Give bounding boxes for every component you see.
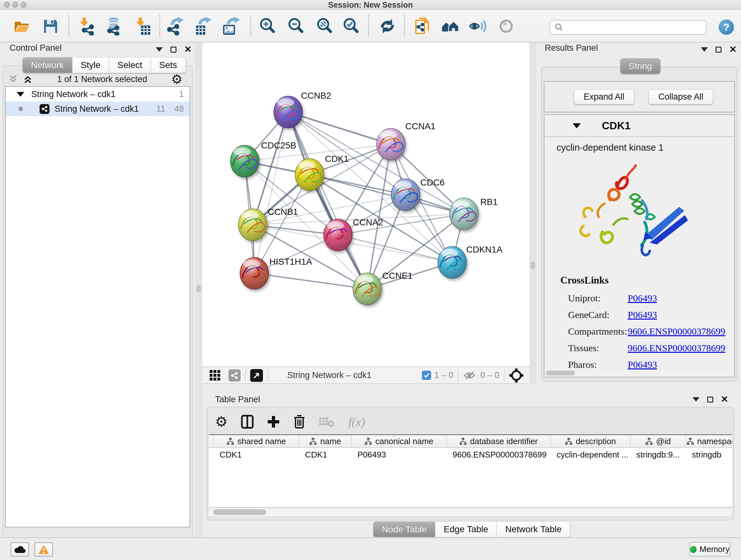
network-node-CCNE1[interactable]: CCNE1 <box>353 271 413 305</box>
network-edge-CCNB2-HIST1H1A[interactable] <box>254 112 288 273</box>
open-session-icon[interactable] <box>12 16 31 36</box>
import-network-icon[interactable] <box>76 16 96 36</box>
float-panel-icon[interactable] <box>701 47 708 52</box>
float-panel-icon[interactable] <box>692 397 699 401</box>
network-node-RB1[interactable]: RB1 <box>450 197 497 230</box>
column-header-shared-name[interactable]: shared name <box>214 435 299 447</box>
table-cell[interactable]: CDK1 <box>299 448 352 461</box>
crosslink-link[interactable]: P06493 <box>628 293 657 304</box>
maximize-panel-icon[interactable] <box>716 47 722 53</box>
table-tab-network-table[interactable]: Network Table <box>497 521 570 537</box>
crosslink-link[interactable]: 9606.ENSP00000378699 <box>628 326 725 337</box>
results-tab-string[interactable]: String <box>620 58 661 74</box>
memory-button[interactable]: Memory <box>689 542 730 557</box>
table-cell[interactable]: 9606.ENSP00000378699 <box>447 448 551 461</box>
network-edge-CCNA1-CCNE1[interactable] <box>367 144 391 289</box>
cloud-services-button[interactable] <box>10 543 29 557</box>
home-networks-icon[interactable] <box>441 16 460 36</box>
expand-all-button[interactable]: Expand All <box>574 89 634 105</box>
collapse-all-button[interactable]: Collapse All <box>649 89 713 105</box>
export-network-icon[interactable] <box>166 16 186 36</box>
splitter-handle[interactable] <box>197 285 201 292</box>
export-table-icon[interactable] <box>193 16 213 36</box>
search-input[interactable] <box>549 20 706 35</box>
table-cell[interactable]: P06493 <box>352 448 447 461</box>
warnings-button[interactable] <box>35 543 53 557</box>
column-header-namespace[interactable]: namespace <box>686 435 732 447</box>
crosslink-link[interactable]: P06493 <box>628 359 657 370</box>
zoom-fit-icon[interactable] <box>315 16 334 36</box>
card-title: CDK1 <box>602 120 630 132</box>
network-edge-CCNA2-CDKN1A[interactable] <box>338 235 452 262</box>
zoom-selected-icon[interactable] <box>341 16 361 36</box>
table-options-gear-icon[interactable]: ⚙ <box>215 415 227 429</box>
expand-all-icon[interactable] <box>22 74 33 84</box>
table-tab-node-table[interactable]: Node Table <box>373 521 435 537</box>
node-label-CCNB2: CCNB2 <box>301 91 331 101</box>
show-columns-icon[interactable] <box>241 415 254 429</box>
network-node-CCNA1[interactable]: CCNA1 <box>377 121 435 160</box>
right-splitter[interactable] <box>529 43 536 384</box>
network-options-gear-icon[interactable]: ⚙ <box>171 73 183 85</box>
network-canvas[interactable]: CCNB2CCNA1CDC25BCDK1CDC6RB1CCNB1CCNA2CDK… <box>202 43 529 367</box>
control-panel-tab-network[interactable]: Network <box>22 57 72 73</box>
table-row[interactable]: CDK1CDK1P064939606.ENSP00000378699cyclin… <box>209 448 732 461</box>
network-edge-HIST1H1A-CCNE1[interactable] <box>254 273 367 289</box>
maximize-panel-icon[interactable] <box>171 47 177 53</box>
card-hscrollbar[interactable] <box>545 370 734 376</box>
grid-view-icon[interactable] <box>209 370 221 381</box>
column-header-database-identifier[interactable]: database identifier <box>447 435 551 447</box>
crosslink-link[interactable]: P06493 <box>628 309 657 320</box>
export-image-icon[interactable] <box>221 16 241 36</box>
network-icon-disabled[interactable] <box>228 369 241 381</box>
refresh-icon[interactable] <box>378 16 397 36</box>
table-cell[interactable]: CDK1 <box>214 448 299 461</box>
collapse-all-icon[interactable] <box>8 74 18 84</box>
add-column-icon[interactable] <box>267 415 280 428</box>
selected-checkbox-icon[interactable] <box>422 371 431 380</box>
table-hscrollbar[interactable] <box>209 508 732 516</box>
column-header-canonical-name[interactable]: canonical name <box>352 435 447 447</box>
table-tab-edge-table[interactable]: Edge Table <box>435 521 497 537</box>
network-node-HIST1H1A[interactable]: HIST1H1A <box>240 257 312 289</box>
control-panel-tab-style[interactable]: Style <box>72 57 109 73</box>
collection-expander-icon[interactable] <box>17 92 24 97</box>
float-panel-icon[interactable] <box>156 47 163 52</box>
table-cell[interactable]: stringdb:9... <box>630 448 686 461</box>
maximize-panel-icon[interactable] <box>707 396 713 402</box>
close-panel-icon[interactable]: ✕ <box>721 395 728 404</box>
copy-network-icon[interactable] <box>414 16 434 36</box>
network-node-CDKN1A[interactable]: CDKN1A <box>438 245 502 278</box>
network-node-CDK1[interactable]: CDK1 <box>295 154 349 191</box>
import-database-icon[interactable] <box>103 16 123 36</box>
column-header-description[interactable]: description <box>551 435 630 447</box>
zoom-in-icon[interactable] <box>258 16 277 36</box>
fit-selected-target-icon[interactable] <box>509 368 524 383</box>
show-hide-graphics-icon[interactable] <box>468 16 488 36</box>
import-table-icon[interactable] <box>132 16 152 36</box>
crosslink-link[interactable]: 9606.ENSP00000378699 <box>628 343 725 354</box>
save-session-icon[interactable] <box>41 16 60 36</box>
column-header-name[interactable]: name <box>299 435 352 447</box>
table-cell[interactable]: cyclin-dependent ... <box>551 448 630 461</box>
delete-column-icon[interactable] <box>293 415 306 429</box>
card-expander-icon[interactable] <box>572 123 581 128</box>
table-cell[interactable]: stringdb <box>686 448 732 461</box>
network-edge-CCNB2-CCNA1[interactable] <box>288 112 391 144</box>
network-row-selected[interactable]: String Network – cdk1 11 48 <box>6 102 190 116</box>
network-collection-row[interactable]: String Network – cdk1 1 <box>6 87 190 102</box>
control-panel-tab-sets[interactable]: Sets <box>151 57 186 73</box>
eye-disabled-icon[interactable] <box>496 16 516 36</box>
column-header-@id[interactable]: @id <box>630 435 686 447</box>
birdseye-view-icon[interactable] <box>250 369 263 382</box>
toolbar-separator <box>404 15 405 37</box>
network-node-CDC6[interactable]: CDC6 <box>391 178 445 211</box>
splitter-handle[interactable] <box>531 262 535 269</box>
hidden-eye-slash-icon <box>463 370 477 381</box>
left-splitter[interactable] <box>195 43 202 537</box>
control-panel-tab-select[interactable]: Select <box>109 57 151 73</box>
close-panel-icon[interactable]: ✕ <box>184 45 192 54</box>
help-button[interactable]: ? <box>719 19 734 35</box>
close-panel-icon[interactable]: ✕ <box>729 45 737 54</box>
zoom-out-icon[interactable] <box>286 16 306 36</box>
